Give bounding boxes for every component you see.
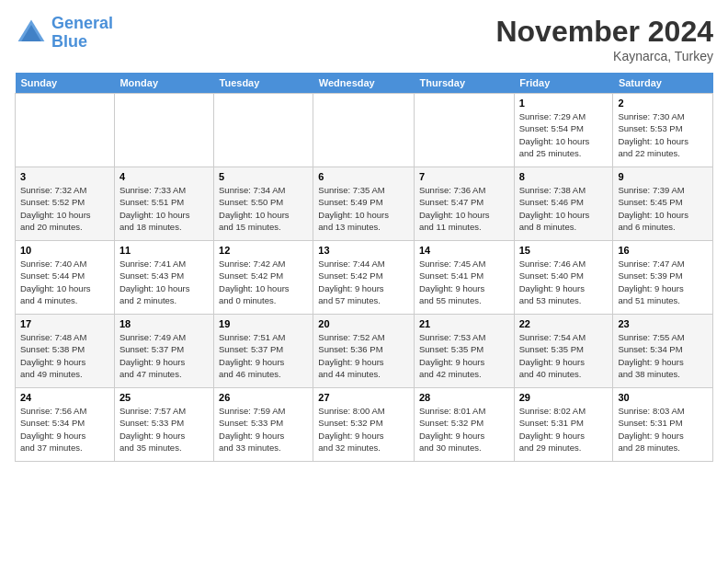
calendar-cell	[114, 94, 213, 167]
day-number: 15	[519, 245, 609, 256]
calendar-cell: 26Sunrise: 7:59 AM Sunset: 5:33 PM Dayli…	[214, 388, 313, 462]
day-number: 6	[318, 171, 409, 182]
calendar-cell: 28Sunrise: 8:01 AM Sunset: 5:32 PM Dayli…	[415, 388, 515, 462]
day-info: Sunrise: 7:45 AM Sunset: 5:41 PM Dayligh…	[419, 258, 509, 306]
logo-line2: Blue	[51, 32, 87, 51]
day-number: 1	[519, 98, 609, 109]
day-header-tuesday: Tuesday	[214, 73, 313, 94]
calendar-cell: 18Sunrise: 7:49 AM Sunset: 5:37 PM Dayli…	[114, 315, 213, 388]
day-number: 23	[618, 318, 708, 329]
day-number: 28	[419, 392, 509, 403]
calendar-cell: 8Sunrise: 7:38 AM Sunset: 5:46 PM Daylig…	[514, 167, 613, 241]
day-info: Sunrise: 7:51 AM Sunset: 5:37 PM Dayligh…	[219, 331, 308, 380]
day-header-monday: Monday	[114, 73, 213, 94]
day-number: 12	[219, 245, 308, 256]
day-number: 30	[618, 392, 708, 403]
day-number: 8	[519, 171, 609, 182]
day-number: 5	[219, 171, 308, 182]
calendar-cell: 19Sunrise: 7:51 AM Sunset: 5:37 PM Dayli…	[214, 315, 313, 388]
calendar-cell: 25Sunrise: 7:57 AM Sunset: 5:33 PM Dayli…	[114, 388, 213, 462]
day-header-wednesday: Wednesday	[313, 73, 415, 94]
day-number: 24	[20, 392, 109, 403]
logo-line1: General	[51, 14, 113, 32]
day-info: Sunrise: 8:03 AM Sunset: 5:31 PM Dayligh…	[618, 405, 708, 454]
day-info: Sunrise: 7:34 AM Sunset: 5:50 PM Dayligh…	[219, 184, 308, 233]
day-info: Sunrise: 7:40 AM Sunset: 5:44 PM Dayligh…	[20, 258, 109, 306]
calendar-cell: 22Sunrise: 7:54 AM Sunset: 5:35 PM Dayli…	[514, 315, 613, 388]
calendar-cell: 14Sunrise: 7:45 AM Sunset: 5:41 PM Dayli…	[415, 241, 515, 315]
calendar-cell: 29Sunrise: 8:02 AM Sunset: 5:31 PM Dayli…	[514, 388, 613, 462]
day-info: Sunrise: 7:39 AM Sunset: 5:45 PM Dayligh…	[618, 184, 708, 233]
day-number: 13	[318, 245, 409, 256]
day-number: 2	[618, 98, 708, 109]
day-header-friday: Friday	[514, 73, 613, 94]
day-info: Sunrise: 7:52 AM Sunset: 5:36 PM Dayligh…	[318, 331, 409, 380]
day-info: Sunrise: 8:02 AM Sunset: 5:31 PM Dayligh…	[519, 405, 609, 454]
day-info: Sunrise: 7:33 AM Sunset: 5:51 PM Dayligh…	[119, 184, 209, 233]
calendar-cell: 30Sunrise: 8:03 AM Sunset: 5:31 PM Dayli…	[613, 388, 713, 462]
day-number: 10	[20, 245, 109, 256]
day-info: Sunrise: 8:01 AM Sunset: 5:32 PM Dayligh…	[419, 405, 509, 454]
calendar-body: 1Sunrise: 7:29 AM Sunset: 5:54 PM Daylig…	[16, 94, 713, 462]
day-number: 19	[219, 318, 308, 329]
day-info: Sunrise: 8:00 AM Sunset: 5:32 PM Dayligh…	[318, 405, 409, 454]
calendar-cell: 15Sunrise: 7:46 AM Sunset: 5:40 PM Dayli…	[514, 241, 613, 315]
day-info: Sunrise: 7:49 AM Sunset: 5:37 PM Dayligh…	[119, 331, 209, 380]
day-info: Sunrise: 7:36 AM Sunset: 5:47 PM Dayligh…	[419, 184, 509, 233]
calendar-cell: 7Sunrise: 7:36 AM Sunset: 5:47 PM Daylig…	[415, 167, 515, 241]
day-info: Sunrise: 7:53 AM Sunset: 5:35 PM Dayligh…	[419, 331, 509, 380]
day-info: Sunrise: 7:35 AM Sunset: 5:49 PM Dayligh…	[318, 184, 409, 233]
week-row-5: 24Sunrise: 7:56 AM Sunset: 5:34 PM Dayli…	[16, 388, 713, 462]
day-info: Sunrise: 7:41 AM Sunset: 5:43 PM Dayligh…	[119, 258, 209, 306]
month-title: November 2024	[495, 15, 713, 49]
calendar-cell: 3Sunrise: 7:32 AM Sunset: 5:52 PM Daylig…	[16, 167, 115, 241]
day-info: Sunrise: 7:54 AM Sunset: 5:35 PM Dayligh…	[519, 331, 609, 380]
location-subtitle: Kaynarca, Turkey	[495, 49, 713, 63]
day-info: Sunrise: 7:32 AM Sunset: 5:52 PM Dayligh…	[20, 184, 109, 233]
day-number: 9	[618, 171, 708, 182]
calendar-cell	[415, 94, 515, 167]
day-number: 16	[618, 245, 708, 256]
calendar-cell: 10Sunrise: 7:40 AM Sunset: 5:44 PM Dayli…	[16, 241, 115, 315]
week-row-1: 1Sunrise: 7:29 AM Sunset: 5:54 PM Daylig…	[16, 94, 713, 167]
day-number: 21	[419, 318, 509, 329]
calendar-cell	[214, 94, 313, 167]
week-row-4: 17Sunrise: 7:48 AM Sunset: 5:38 PM Dayli…	[16, 315, 713, 388]
day-info: Sunrise: 7:55 AM Sunset: 5:34 PM Dayligh…	[618, 331, 708, 380]
calendar-cell: 24Sunrise: 7:56 AM Sunset: 5:34 PM Dayli…	[16, 388, 115, 462]
day-number: 27	[318, 392, 409, 403]
day-number: 22	[519, 318, 609, 329]
calendar-cell: 12Sunrise: 7:42 AM Sunset: 5:42 PM Dayli…	[214, 241, 313, 315]
calendar-cell: 11Sunrise: 7:41 AM Sunset: 5:43 PM Dayli…	[114, 241, 213, 315]
title-block: November 2024 Kaynarca, Turkey	[495, 15, 713, 63]
day-number: 3	[20, 171, 109, 182]
logo-icon	[15, 17, 48, 50]
day-header-saturday: Saturday	[613, 73, 713, 94]
day-number: 4	[119, 171, 209, 182]
week-row-2: 3Sunrise: 7:32 AM Sunset: 5:52 PM Daylig…	[16, 167, 713, 241]
calendar-cell: 5Sunrise: 7:34 AM Sunset: 5:50 PM Daylig…	[214, 167, 313, 241]
day-info: Sunrise: 7:59 AM Sunset: 5:33 PM Dayligh…	[219, 405, 308, 454]
day-info: Sunrise: 7:29 AM Sunset: 5:54 PM Dayligh…	[519, 110, 609, 159]
day-number: 26	[219, 392, 308, 403]
calendar-cell: 4Sunrise: 7:33 AM Sunset: 5:51 PM Daylig…	[114, 167, 213, 241]
calendar-cell: 17Sunrise: 7:48 AM Sunset: 5:38 PM Dayli…	[16, 315, 115, 388]
day-number: 17	[20, 318, 109, 329]
calendar-cell: 13Sunrise: 7:44 AM Sunset: 5:42 PM Dayli…	[313, 241, 415, 315]
day-number: 20	[318, 318, 409, 329]
page-header: General Blue November 2024 Kaynarca, Tur…	[15, 15, 713, 63]
day-number: 14	[419, 245, 509, 256]
day-number: 29	[519, 392, 609, 403]
day-info: Sunrise: 7:30 AM Sunset: 5:53 PM Dayligh…	[618, 110, 708, 159]
calendar-cell	[313, 94, 415, 167]
day-info: Sunrise: 7:44 AM Sunset: 5:42 PM Dayligh…	[318, 258, 409, 306]
calendar-cell: 21Sunrise: 7:53 AM Sunset: 5:35 PM Dayli…	[415, 315, 515, 388]
day-header-thursday: Thursday	[415, 73, 515, 94]
day-number: 25	[119, 392, 209, 403]
header-row: SundayMondayTuesdayWednesdayThursdayFrid…	[16, 73, 713, 94]
calendar-cell: 1Sunrise: 7:29 AM Sunset: 5:54 PM Daylig…	[514, 94, 613, 167]
calendar-cell: 20Sunrise: 7:52 AM Sunset: 5:36 PM Dayli…	[313, 315, 415, 388]
calendar-cell: 6Sunrise: 7:35 AM Sunset: 5:49 PM Daylig…	[313, 167, 415, 241]
day-info: Sunrise: 7:57 AM Sunset: 5:33 PM Dayligh…	[119, 405, 209, 454]
day-info: Sunrise: 7:42 AM Sunset: 5:42 PM Dayligh…	[219, 258, 308, 306]
